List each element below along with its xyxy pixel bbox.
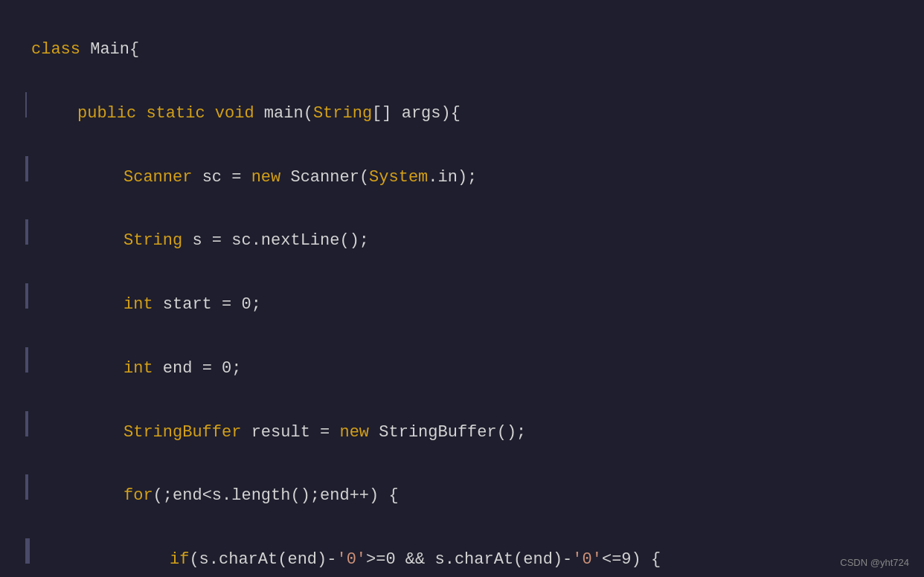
line-7: for(;end<s.length();end++) { [25,474,914,510]
code-content: class Main{ public static void main(Stri… [7,15,924,577]
line-4: int start = 0; [25,283,914,319]
line-1: public static void main(String[] args){ [25,92,914,128]
line-2: Scanner sc = new Scanner(System.in); [25,156,914,192]
line-5: int end = 0; [25,347,914,383]
line-3: String s = sc.nextLine(); [25,219,914,255]
line-8: if(s.charAt(end)-'0'>=0 && s.charAt(end)… [25,538,914,574]
line-6: StringBuffer result = new StringBuffer()… [25,411,914,447]
line-0: class Main{ [25,28,914,64]
watermark: CSDN @yht724 [840,557,909,568]
code-editor: class Main{ public static void main(Stri… [0,0,924,577]
